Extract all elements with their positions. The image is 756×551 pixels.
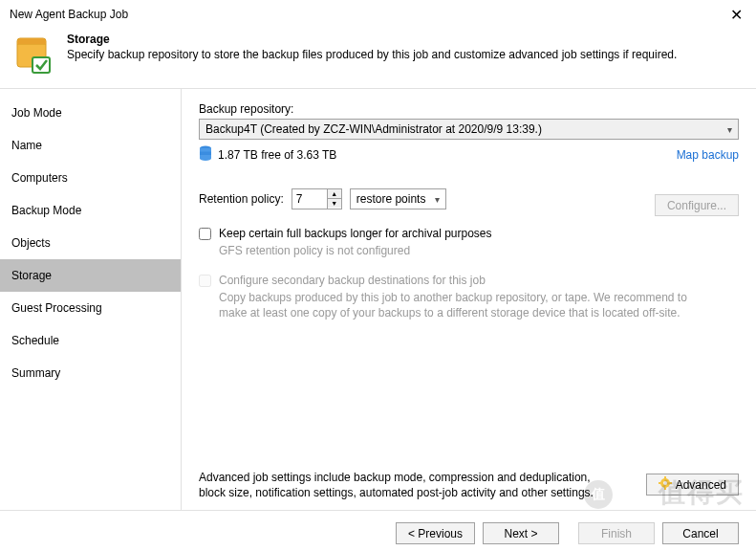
finish-button: Finish (578, 522, 655, 544)
gear-icon (659, 476, 672, 493)
secondary-dest-label: Configure secondary backup destinations … (219, 274, 486, 287)
svg-rect-5 (664, 476, 666, 479)
repo-value: Backup4T (Created by ZCZ-WIN\Administrat… (205, 122, 542, 136)
sidebar-item-objects[interactable]: Objects (0, 227, 181, 259)
title-bar: New Agent Backup Job ✕ (0, 0, 756, 29)
configure-button: Configure... (655, 194, 739, 216)
sidebar-item-backup-mode[interactable]: Backup Mode (0, 194, 181, 227)
spinner-up-icon[interactable]: ▲ (328, 189, 341, 199)
svg-rect-6 (664, 487, 666, 490)
keep-full-label: Keep certain full backups longer for arc… (219, 227, 492, 240)
sidebar-item-name[interactable]: Name (0, 129, 181, 162)
main-panel: Backup repository: Backup4T (Created by … (182, 89, 756, 510)
next-button[interactable]: Next > (483, 522, 559, 544)
previous-button[interactable]: < Previous (396, 522, 475, 544)
wizard-footer: < Previous Next > Finish Cancel (0, 510, 756, 551)
advanced-note: Advanced job settings include backup mod… (199, 470, 600, 500)
svg-rect-1 (32, 57, 50, 73)
secondary-dest-note: Copy backups produced by this job to ano… (219, 290, 716, 320)
wizard-steps-sidebar: Job Mode Name Computers Backup Mode Obje… (0, 89, 182, 510)
sidebar-item-schedule[interactable]: Schedule (0, 324, 181, 357)
sidebar-item-computers[interactable]: Computers (0, 162, 181, 194)
secondary-dest-checkbox (199, 275, 211, 287)
retention-input[interactable] (292, 189, 327, 209)
svg-point-4 (663, 481, 667, 485)
header-desc: Specify backup repository to store the b… (67, 48, 677, 61)
database-icon (199, 145, 212, 164)
keep-full-checkbox[interactable] (199, 228, 211, 240)
retention-unit-value: restore points (356, 192, 426, 206)
wizard-header: Storage Specify backup repository to sto… (0, 29, 756, 89)
retention-spinner[interactable]: ▲ ▼ (292, 188, 342, 209)
window-title: New Agent Backup Job (10, 8, 726, 21)
repo-dropdown[interactable]: Backup4T (Created by ZCZ-WIN\Administrat… (199, 119, 739, 140)
sidebar-item-guest-processing[interactable]: Guest Processing (0, 292, 181, 324)
sidebar-item-job-mode[interactable]: Job Mode (0, 97, 181, 129)
sidebar-item-summary[interactable]: Summary (0, 357, 181, 389)
chevron-down-icon: ▾ (435, 194, 440, 205)
free-space-text: 1.87 TB free of 3.63 TB (218, 148, 336, 162)
retention-unit-dropdown[interactable]: restore points ▾ (350, 188, 447, 209)
header-title: Storage (67, 33, 677, 46)
gfs-note: GFS retention policy is not configured (219, 243, 716, 258)
retention-label: Retention policy: (199, 192, 284, 206)
sidebar-item-storage[interactable]: Storage (0, 259, 181, 292)
cancel-button[interactable]: Cancel (662, 522, 739, 544)
spinner-down-icon[interactable]: ▼ (328, 199, 341, 208)
chevron-down-icon: ▾ (727, 124, 732, 135)
svg-rect-7 (659, 482, 661, 484)
svg-rect-8 (669, 482, 672, 484)
repo-label: Backup repository: (199, 102, 739, 116)
advanced-label: Advanced (676, 478, 726, 492)
storage-icon (10, 33, 55, 78)
map-backup-link[interactable]: Map backup (677, 148, 739, 162)
close-icon[interactable]: ✕ (726, 6, 746, 24)
advanced-button[interactable]: Advanced (646, 474, 739, 496)
